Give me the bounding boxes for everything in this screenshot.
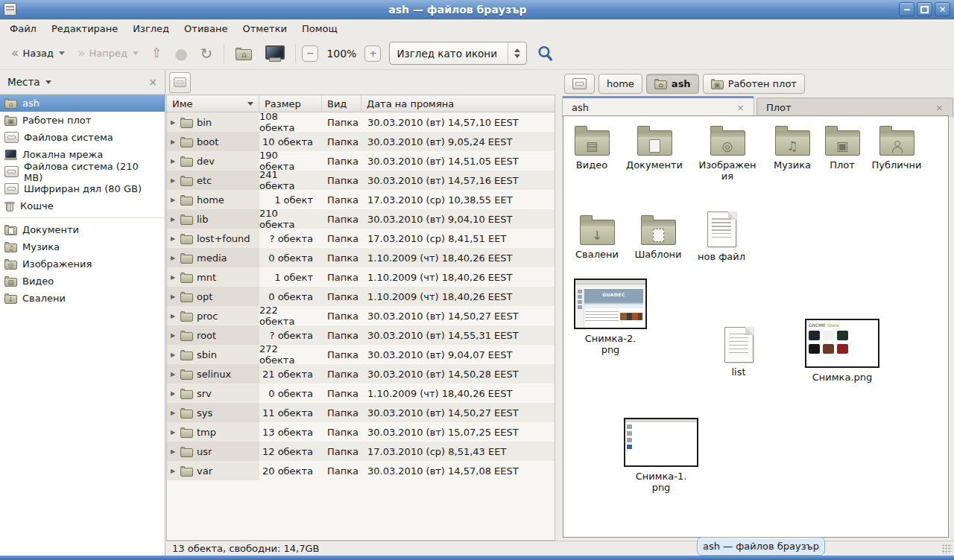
search-button[interactable]: [537, 45, 555, 63]
forward-dropdown-icon[interactable]: [133, 51, 139, 55]
expander-icon[interactable]: ▶: [169, 158, 177, 165]
close-button[interactable]: ×: [935, 2, 950, 16]
expander-icon[interactable]: ▶: [169, 255, 177, 261]
file-icon-item[interactable]: Документи: [622, 125, 687, 171]
table-row[interactable]: ▶lib210 обектаПапка30.03.2010 (вт) 9,04,…: [167, 209, 555, 229]
sidebar-chevron-down-icon[interactable]: [45, 80, 51, 84]
breadcrumb-button[interactable]: home: [598, 74, 642, 94]
expander-icon[interactable]: ▶: [169, 274, 177, 281]
sidebar-item[interactable]: ⌂ash: [0, 95, 165, 112]
stop-button[interactable]: ●: [169, 42, 192, 66]
table-row[interactable]: ▶tmp13 обектаПапка30.03.2010 (вт) 15,07,…: [167, 422, 555, 442]
file-icon-item[interactable]: list: [706, 327, 771, 378]
expander-icon[interactable]: ▶: [169, 313, 177, 319]
resize-grip[interactable]: [942, 544, 952, 554]
menu-item[interactable]: Отметки: [236, 22, 293, 36]
back-button[interactable]: « Назад: [6, 42, 70, 66]
menu-item[interactable]: Файл: [3, 22, 43, 36]
table-row[interactable]: ▶sys11 обектаПапка30.03.2010 (вт) 14,50,…: [167, 403, 555, 422]
computer-button[interactable]: [259, 42, 289, 66]
table-row[interactable]: ▶home1 обектПапка17.03.2010 (ср) 10,38,5…: [167, 190, 555, 209]
back-dropdown-icon[interactable]: [59, 51, 65, 55]
expander-icon[interactable]: ▶: [169, 468, 177, 474]
file-icon-item[interactable]: Шаблони: [625, 214, 691, 260]
tab-close-icon[interactable]: ×: [736, 102, 745, 113]
table-row[interactable]: ▶usr12 обектаПапка17.03.2010 (ср) 8,51,4…: [167, 442, 555, 461]
reload-button[interactable]: ↻: [195, 42, 218, 66]
breadcrumb-button[interactable]: ⌂ash: [646, 74, 699, 94]
expander-icon[interactable]: ▶: [169, 235, 177, 242]
file-icon-item[interactable]: Снимка-1.png: [622, 418, 700, 494]
titlebar[interactable]: ash — файлов браузър ×: [0, 0, 954, 19]
file-icon-item[interactable]: ↓Свалени: [564, 214, 630, 260]
expander-icon[interactable]: ▶: [169, 448, 177, 455]
home-button[interactable]: ⌂: [230, 42, 257, 66]
forward-button[interactable]: » Напред: [72, 42, 144, 66]
menu-item[interactable]: Редактиране: [45, 22, 124, 36]
expander-icon[interactable]: ▶: [169, 410, 177, 416]
file-icon-item[interactable]: нов файл: [689, 211, 754, 262]
expander-icon[interactable]: ▶: [169, 197, 177, 203]
table-row[interactable]: ▶proc222 обектаПапка30.03.2010 (вт) 14,5…: [167, 306, 555, 325]
expander-icon[interactable]: ▶: [169, 293, 177, 300]
table-row[interactable]: ▶dev190 обектаПапка30.03.2010 (вт) 14,51…: [167, 151, 555, 171]
expander-icon[interactable]: ▶: [169, 139, 177, 145]
file-icon-item[interactable]: Публични: [864, 125, 929, 171]
sidebar-item[interactable]: Кошче: [0, 197, 165, 214]
menu-item[interactable]: Изглед: [126, 22, 176, 36]
breadcrumb-button[interactable]: ▣Работен плот: [703, 74, 805, 94]
file-icon-item[interactable]: GNOME StoreСнимка.png: [803, 319, 881, 383]
file-icon-item[interactable]: ◎Изображения: [695, 125, 760, 182]
expander-icon[interactable]: ▶: [169, 371, 177, 378]
expander-icon[interactable]: ▶: [169, 216, 177, 223]
sidebar-item[interactable]: ◎Изображения: [0, 255, 165, 273]
sidebar-item[interactable]: ▣Работен плот: [0, 112, 165, 129]
expander-icon[interactable]: ▶: [169, 177, 177, 184]
expander-icon[interactable]: ▶: [169, 429, 177, 436]
table-row[interactable]: ▶mnt1 обектПапка1.10.2009 (чт) 18,40,26 …: [167, 267, 555, 287]
root-drive-button[interactable]: [169, 72, 191, 93]
table-row[interactable]: ▶sbin272 обектаПапка30.03.2010 (вт) 9,04…: [167, 345, 555, 364]
breadcrumb-root-button[interactable]: [564, 74, 595, 94]
table-row[interactable]: ▶srv0 обектаПапка1.10.2009 (чт) 18,40,26…: [167, 384, 555, 403]
table-row[interactable]: ▶media0 обектаПапка1.10.2009 (чт) 18,40,…: [167, 248, 555, 267]
table-row[interactable]: ▶boot10 обектаПапка30.03.2010 (вт) 9,05,…: [167, 132, 555, 151]
table-row[interactable]: ▶root? обектаПапка30.03.2010 (вт) 14,55,…: [167, 325, 555, 345]
minimize-button[interactable]: [899, 2, 914, 16]
table-row[interactable]: ▶opt0 обектаПапка1.10.2009 (чт) 18,40,26…: [167, 287, 555, 306]
column-header-date[interactable]: Дата на промяна: [361, 95, 555, 112]
expander-icon[interactable]: ▶: [169, 119, 177, 126]
menu-item[interactable]: Помощ: [295, 22, 344, 36]
sidebar-item[interactable]: ↓Свалени: [0, 290, 165, 307]
table-row[interactable]: ▶bin108 обектаПапка30.03.2010 (вт) 14,57…: [167, 112, 555, 132]
expander-icon[interactable]: ▶: [169, 390, 177, 397]
menu-item[interactable]: Отиване: [177, 22, 234, 36]
sidebar-item[interactable]: Файлова система (210 MB): [0, 163, 165, 180]
taskbar-window-button[interactable]: ash — файлов браузър: [697, 537, 825, 556]
sidebar-item[interactable]: ♫Музика: [0, 238, 165, 255]
sidebar-close-button[interactable]: ×: [148, 76, 157, 88]
zoom-out-button[interactable]: −: [302, 45, 318, 62]
maximize-button[interactable]: [917, 2, 932, 16]
table-row[interactable]: ▶selinux21 обектаПапка30.03.2010 (вт) 14…: [167, 364, 555, 384]
sidebar-item[interactable]: Шифриран дял (80 GB): [0, 180, 165, 197]
tab-ash[interactable]: ash×: [562, 96, 754, 117]
table-row[interactable]: ▶var20 обектаПапка30.03.2010 (вт) 14,57,…: [167, 461, 555, 480]
sidebar-item[interactable]: Документи: [0, 221, 165, 238]
column-header-name[interactable]: Име: [167, 95, 259, 112]
table-row[interactable]: ▶lost+found? обектаПапка17.03.2010 (ср) …: [167, 229, 555, 248]
column-header-type[interactable]: Вид: [322, 95, 361, 112]
file-icon-item[interactable]: ▤Видео: [559, 125, 625, 171]
sidebar-item[interactable]: ▤Видео: [0, 273, 165, 290]
combo-spinner-icon[interactable]: [508, 42, 526, 64]
zoom-in-button[interactable]: +: [364, 45, 381, 62]
column-header-size[interactable]: Размер: [259, 95, 322, 112]
file-icon-item[interactable]: GUADECСнимка-2.png: [572, 279, 649, 356]
table-row[interactable]: ▶etc241 обектаПапка30.03.2010 (вт) 14,57…: [167, 171, 555, 190]
view-mode-combo[interactable]: Изглед като икони: [389, 42, 527, 65]
sidebar-title[interactable]: Места: [7, 76, 40, 88]
expander-icon[interactable]: ▶: [169, 351, 177, 358]
tab-Плот[interactable]: Плот×: [756, 98, 953, 117]
sidebar-item[interactable]: Файлова система: [0, 129, 165, 146]
up-button[interactable]: ⇧: [146, 42, 167, 66]
